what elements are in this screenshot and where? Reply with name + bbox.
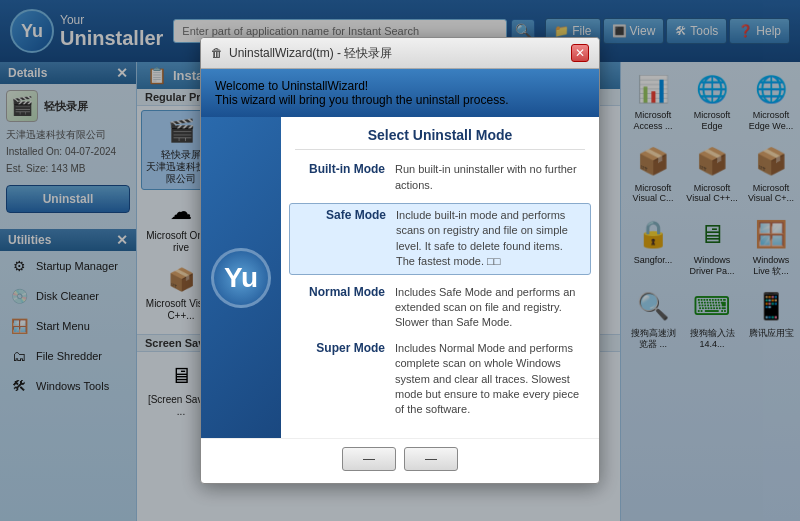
builtin-mode-desc: Run built-in uninstaller with no further… xyxy=(395,162,585,193)
dialog-modes-area: Select Uninstall Mode Built-in Mode Run … xyxy=(281,117,599,437)
normal-mode-label: Normal Mode xyxy=(295,285,385,299)
super-mode-desc: Includes Normal Mode and performs comple… xyxy=(395,341,585,418)
dialog-back-button[interactable]: — xyxy=(342,447,396,471)
dialog-footer: — — xyxy=(201,438,599,483)
dialog-title-icon: 🗑 xyxy=(211,46,223,60)
safe-mode-desc: Include built-in mode and performs scans… xyxy=(396,208,584,270)
super-mode-label: Super Mode xyxy=(295,341,385,355)
dialog-close-button[interactable]: ✕ xyxy=(571,44,589,62)
dialog-overlay: 🗑 UninstallWizard(tm) - 轻快录屏 ✕ Welcome t… xyxy=(0,0,800,521)
dialog-next-button[interactable]: — xyxy=(404,447,458,471)
mode-row-builtin: Built-in Mode Run built-in uninstaller w… xyxy=(295,162,585,193)
normal-mode-desc: Includes Safe Mode and performs an exten… xyxy=(395,285,585,331)
dialog-welcome-title: Welcome to UninstallWizard! xyxy=(215,79,585,93)
dialog-welcome-sub: This wizard will bring you through the u… xyxy=(215,93,585,107)
dialog-welcome-banner: Welcome to UninstallWizard! This wizard … xyxy=(201,69,599,117)
dialog-title-area: 🗑 UninstallWizard(tm) - 轻快录屏 xyxy=(211,45,392,62)
dialog-title-text: UninstallWizard(tm) - 轻快录屏 xyxy=(229,45,392,62)
builtin-mode-label: Built-in Mode xyxy=(295,162,385,176)
mode-row-normal: Normal Mode Includes Safe Mode and perfo… xyxy=(295,285,585,331)
dialog-logo: Yu xyxy=(211,248,271,308)
mode-row-safe: Safe Mode Include built-in mode and perf… xyxy=(289,203,591,275)
dialog-section-title: Select Uninstall Mode xyxy=(295,127,585,150)
dialog-content-area: Yu Select Uninstall Mode Built-in Mode R… xyxy=(201,117,599,437)
dialog-left-panel: Yu xyxy=(201,117,281,437)
dialog-titlebar: 🗑 UninstallWizard(tm) - 轻快录屏 ✕ xyxy=(201,38,599,69)
uninstall-wizard-dialog: 🗑 UninstallWizard(tm) - 轻快录屏 ✕ Welcome t… xyxy=(200,37,600,483)
safe-mode-label: Safe Mode xyxy=(296,208,386,222)
mode-row-super: Super Mode Includes Normal Mode and perf… xyxy=(295,341,585,418)
